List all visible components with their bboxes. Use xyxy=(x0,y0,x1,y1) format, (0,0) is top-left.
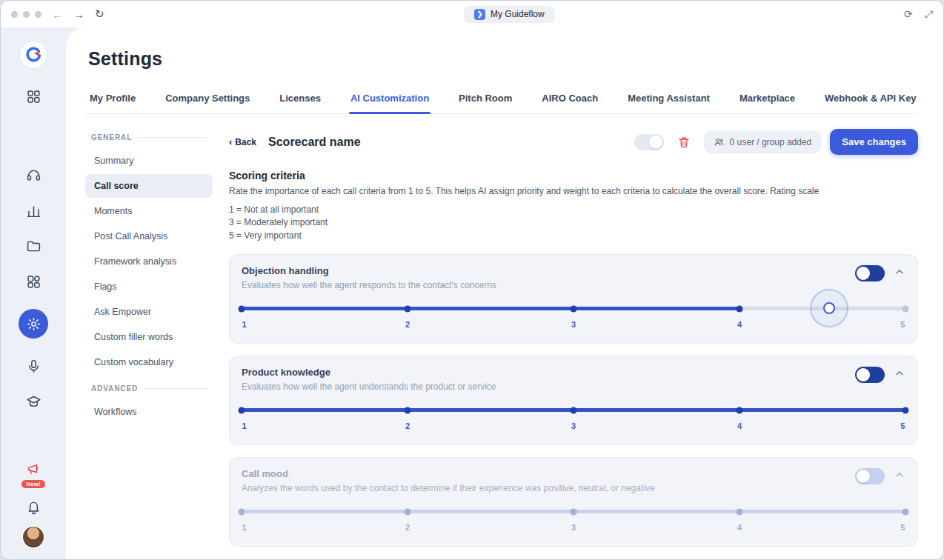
criterion-enabled-toggle[interactable] xyxy=(855,468,885,484)
subnav-item-moments[interactable]: Moments xyxy=(85,199,213,223)
subnav-item-workflows[interactable]: Workflows xyxy=(85,400,213,424)
calls-icon[interactable] xyxy=(25,167,41,183)
criterion-enabled-toggle[interactable] xyxy=(855,367,885,383)
browser-chrome: ← → ↻ ❯ My Guideflow ⟳ ⤢ xyxy=(1,1,943,27)
subnav-item-summary[interactable]: Summary xyxy=(85,149,213,173)
tick-label: 5 xyxy=(900,421,905,430)
collapse-chevron-icon[interactable] xyxy=(894,367,905,382)
tick-label: 4 xyxy=(737,320,742,329)
tick-label: 1 xyxy=(242,421,247,430)
app-logo[interactable] xyxy=(19,41,47,69)
guideflow-logo-icon: ❯ xyxy=(474,9,485,20)
tab-pitch-room[interactable]: Pitch Room xyxy=(457,83,513,113)
tick-label: 3 xyxy=(571,320,576,329)
tab-company-settings[interactable]: Company Settings xyxy=(164,83,251,113)
tick-label: 2 xyxy=(405,523,410,532)
collapse-chevron-icon[interactable] xyxy=(894,469,905,484)
subnav-general-label: GENERAL xyxy=(91,133,132,141)
whats-new-icon[interactable] xyxy=(25,460,41,476)
tab-licenses[interactable]: Licenses xyxy=(278,83,322,113)
tab-airo-coach[interactable]: AIRO Coach xyxy=(540,83,599,113)
subnav-item-custom-vocabulary[interactable]: Custom vocabulary xyxy=(85,350,213,374)
apps-grid-icon[interactable] xyxy=(25,273,41,290)
subnav-item-post-call-analysis[interactable]: Post Call Analysis xyxy=(85,224,213,248)
page-title: Settings xyxy=(88,48,918,70)
new-badge: New! xyxy=(21,480,44,488)
criterion-description: Evaluates how well the agent understands… xyxy=(242,381,496,392)
criterion-enabled-toggle[interactable] xyxy=(855,265,885,281)
settings-gear-icon[interactable] xyxy=(19,309,48,339)
back-button[interactable]: ‹ Back xyxy=(229,136,256,147)
tab-webhook-api-key[interactable]: Webhook & API Key xyxy=(823,83,918,113)
chevron-left-icon: ‹ xyxy=(229,136,232,147)
tick-label: 5 xyxy=(900,523,905,532)
analytics-icon[interactable] xyxy=(25,202,41,219)
rating-scale-legend: 1 = Not at all important 3 = Moderately … xyxy=(229,204,918,242)
tab-my-profile[interactable]: My Profile xyxy=(88,83,137,113)
scoring-criteria-heading: Scoring criteria xyxy=(229,170,918,181)
criterion-name: Product knowledge xyxy=(242,367,496,378)
scorecard-title: Scorecard name xyxy=(268,136,361,149)
tick-label: 1 xyxy=(242,320,247,329)
settings-panel: Settings My Profile Company Settings Lic… xyxy=(66,27,943,559)
tick-label: 2 xyxy=(405,320,410,329)
tick-label: 3 xyxy=(571,421,576,430)
criterion-description: Analyzes the words used by the contact t… xyxy=(242,483,655,493)
criterion-card-product-knowledge: Product knowledge Evaluates how well the… xyxy=(229,356,918,445)
app-window: ← → ↻ ❯ My Guideflow ⟳ ⤢ xyxy=(0,0,944,560)
forward-arrow-icon[interactable]: → xyxy=(73,8,84,21)
notifications-bell-icon[interactable] xyxy=(25,499,41,515)
icon-sidebar: New! xyxy=(1,27,66,559)
criterion-description: Evaluates how well the agent responds to… xyxy=(242,280,496,290)
share-icon[interactable]: ⟳ xyxy=(904,8,913,21)
collapse-chevron-icon[interactable] xyxy=(894,266,905,281)
criterion-rating-slider[interactable]: 1 2 3 4 5 xyxy=(242,510,905,534)
criterion-card-objection-handling: Objection handling Evaluates how well th… xyxy=(229,254,918,344)
save-changes-button[interactable]: Save changes xyxy=(830,129,918,155)
subnav-item-ask-empower[interactable]: Ask Empower xyxy=(85,300,213,324)
microphone-icon[interactable] xyxy=(25,358,41,374)
criterion-name: Call mood xyxy=(242,468,655,479)
users-group-badge[interactable]: 0 user / group added xyxy=(704,130,822,153)
tab-ai-customization[interactable]: AI Customization xyxy=(349,83,431,113)
scorecard-section: ‹ Back Scorecard name 0 user / group add… xyxy=(229,129,918,559)
criterion-rating-slider[interactable]: 1 2 3 4 5 xyxy=(242,408,905,433)
subnav-item-custom-filler-words[interactable]: Custom filler words xyxy=(85,325,213,349)
subnav-advanced-label: ADVANCED xyxy=(91,384,138,393)
tab-meeting-assistant[interactable]: Meeting Assistant xyxy=(626,83,711,113)
back-arrow-icon[interactable]: ← xyxy=(52,8,63,21)
subnav-item-call-score[interactable]: Call score xyxy=(85,174,213,198)
window-controls[interactable] xyxy=(11,11,41,18)
criterion-name: Objection handling xyxy=(242,265,496,276)
tab-marketplace[interactable]: Marketplace xyxy=(738,83,797,113)
criterion-rating-slider[interactable]: 1 2 3 4 5 xyxy=(242,307,905,331)
browser-tab-title: My Guideflow xyxy=(491,9,545,19)
dashboard-icon[interactable] xyxy=(25,88,41,104)
user-avatar[interactable] xyxy=(21,525,45,549)
tick-label: 4 xyxy=(737,421,742,430)
library-folder-icon[interactable] xyxy=(25,238,41,254)
subnav-item-flags[interactable]: Flags xyxy=(85,275,213,299)
tick-label: 1 xyxy=(242,523,247,532)
tick-label: 5 xyxy=(900,320,905,329)
scoring-criteria-description: Rate the importance of each call criteri… xyxy=(229,186,918,196)
settings-tabs: My Profile Company Settings Licenses AI … xyxy=(85,83,918,114)
criterion-card-call-mood: Call mood Analyzes the words used by the… xyxy=(229,457,918,547)
browser-tab[interactable]: ❯ My Guideflow xyxy=(464,6,555,23)
settings-subnav: GENERAL Summary Call score Moments Post … xyxy=(85,129,213,559)
academy-cap-icon[interactable] xyxy=(25,393,41,410)
subnav-item-framework-analysis[interactable]: Framework analysis xyxy=(85,250,213,273)
tick-label: 3 xyxy=(571,523,576,532)
tick-label: 2 xyxy=(405,421,410,430)
users-icon xyxy=(714,136,725,147)
delete-scorecard-button[interactable] xyxy=(673,131,695,153)
reload-icon[interactable]: ↻ xyxy=(95,7,104,21)
scorecard-active-toggle[interactable] xyxy=(634,134,664,150)
tick-label: 4 xyxy=(737,523,742,532)
fullscreen-icon[interactable]: ⤢ xyxy=(925,8,933,21)
